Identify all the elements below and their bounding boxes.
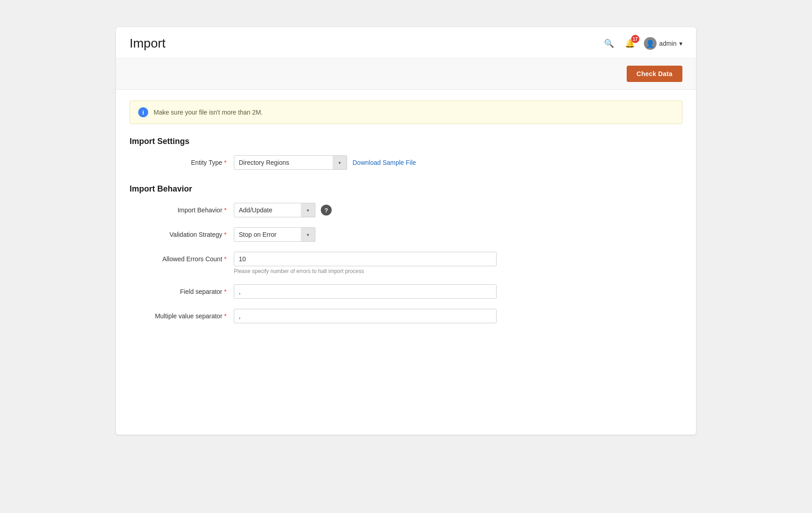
entity-type-select[interactable]: Directory Regions [234, 155, 347, 170]
user-menu-button[interactable]: 👤 admin ▾ [644, 37, 682, 50]
entity-type-label: Entity Type* [134, 155, 234, 166]
check-data-button[interactable]: Check Data [627, 66, 682, 82]
field-separator-input[interactable] [234, 284, 497, 299]
validation-strategy-row: Validation Strategy* Stop on Error ▾ [130, 227, 682, 242]
field-separator-stack [234, 284, 497, 299]
import-behavior-row: Import Behavior* Add/Update ▾ ? [130, 203, 682, 217]
import-settings-heading: Import Settings [130, 137, 682, 146]
chevron-down-icon: ▾ [679, 40, 682, 47]
import-behavior-section: Import Behavior Import Behavior* Add/Upd… [130, 184, 682, 323]
validation-strategy-select[interactable]: Stop on Error [234, 227, 315, 242]
user-icon: 👤 [646, 39, 655, 48]
entity-type-select-wrapper: Directory Regions ▾ [234, 155, 347, 170]
field-separator-row: Field separator* [130, 284, 682, 299]
user-label: admin [659, 40, 677, 47]
import-behavior-select[interactable]: Add/Update [234, 203, 315, 217]
header-actions: 🔍 🔔 17 👤 admin ▾ [602, 37, 682, 50]
info-banner: i Make sure your file isn't more than 2M… [130, 101, 682, 124]
errors-count-label: Allowed Errors Count* [134, 252, 234, 263]
entity-type-row: Entity Type* Directory Regions ▾ Downloa… [130, 155, 682, 170]
page-container: Import 🔍 🔔 17 👤 admin ▾ Check Data i [116, 27, 696, 435]
validation-strategy-control-wrap: Stop on Error ▾ [234, 227, 551, 242]
main-content: i Make sure your file isn't more than 2M… [116, 90, 696, 356]
import-settings-section: Import Settings Entity Type* Directory R… [130, 137, 682, 170]
search-icon: 🔍 [604, 39, 614, 48]
info-text: Make sure your file isn't more than 2M. [154, 109, 263, 116]
search-button[interactable]: 🔍 [602, 37, 616, 50]
info-icon: i [138, 107, 148, 117]
notification-button[interactable]: 🔔 17 [623, 37, 637, 50]
help-icon[interactable]: ? [321, 205, 332, 216]
errors-count-input[interactable] [234, 252, 497, 266]
notification-badge: 17 [631, 35, 639, 43]
errors-count-row: Allowed Errors Count* Please specify num… [130, 252, 682, 274]
field-separator-label: Field separator* [134, 284, 234, 295]
page-title: Import [130, 36, 165, 51]
entity-type-control-wrap: Directory Regions ▾ Download Sample File [234, 155, 551, 170]
header: Import 🔍 🔔 17 👤 admin ▾ [116, 27, 696, 58]
multiple-value-separator-row: Multiple value separator* [130, 309, 682, 323]
toolbar: Check Data [116, 58, 696, 90]
import-behavior-control-wrap: Add/Update ▾ ? [234, 203, 551, 217]
field-separator-control-wrap [234, 284, 551, 299]
import-behavior-heading: Import Behavior [130, 184, 682, 194]
multiple-value-separator-stack [234, 309, 497, 323]
validation-strategy-label: Validation Strategy* [134, 227, 234, 238]
errors-count-stack: Please specify number of errors to halt … [234, 252, 497, 274]
avatar: 👤 [644, 37, 657, 50]
multiple-value-separator-label: Multiple value separator* [134, 309, 234, 320]
download-sample-link[interactable]: Download Sample File [353, 159, 416, 166]
import-behavior-label: Import Behavior* [134, 203, 234, 214]
multiple-value-separator-control-wrap [234, 309, 551, 323]
errors-count-hint: Please specify number of errors to halt … [234, 268, 497, 274]
multiple-value-separator-input[interactable] [234, 309, 497, 323]
errors-count-control-wrap: Please specify number of errors to halt … [234, 252, 551, 274]
import-behavior-select-wrapper: Add/Update ▾ [234, 203, 315, 217]
validation-strategy-select-wrapper: Stop on Error ▾ [234, 227, 315, 242]
